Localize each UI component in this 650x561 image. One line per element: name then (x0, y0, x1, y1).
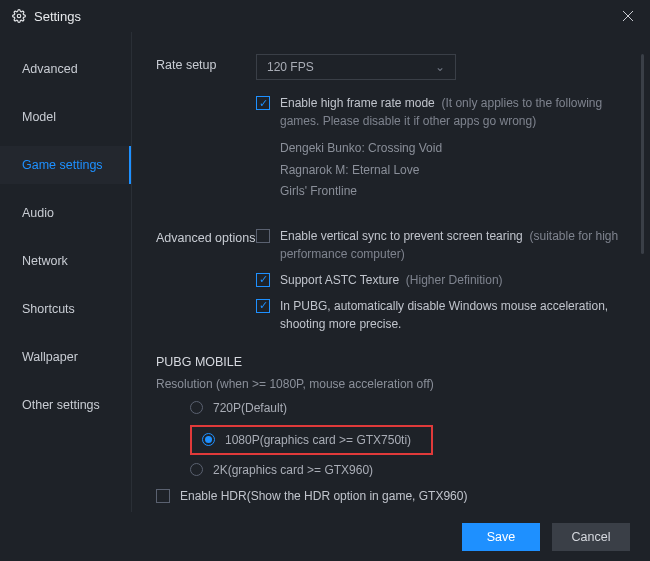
sidebar-item-audio[interactable]: Audio (0, 194, 131, 232)
save-button[interactable]: Save (462, 523, 540, 551)
sidebar-item-wallpaper[interactable]: Wallpaper (0, 338, 131, 376)
pubg-mouse-checkbox[interactable] (256, 299, 270, 313)
sidebar-item-game-settings[interactable]: Game settings (0, 146, 131, 184)
gear-icon (12, 9, 26, 23)
high-frame-rate-checkbox[interactable] (256, 96, 270, 110)
scrollbar[interactable] (641, 54, 644, 254)
resolution-note: Resolution (when >= 1080P, mouse acceler… (156, 377, 624, 391)
rate-setup-value: 120 FPS (267, 60, 314, 74)
pubg-mouse-label: In PUBG, automatically disable Windows m… (280, 297, 624, 333)
resolution-2k-radio[interactable]: 2K(graphics card >= GTX960) (190, 463, 624, 477)
titlebar: Settings (0, 0, 650, 32)
rate-setup-select[interactable]: 120 FPS ⌄ (256, 54, 456, 80)
advanced-options-label: Advanced options (156, 227, 256, 341)
sidebar-item-advanced[interactable]: Advanced (0, 50, 131, 88)
hdr-checkbox[interactable] (156, 489, 170, 503)
sidebar-item-shortcuts[interactable]: Shortcuts (0, 290, 131, 328)
high-frame-rate-game-list: Dengeki Bunko: Crossing Void Ragnarok M:… (280, 138, 624, 203)
content-panel: Rate setup 120 FPS ⌄ Enable high frame r… (132, 32, 650, 512)
astc-label: Support ASTC Texture (Higher Definition) (280, 271, 503, 289)
hdr-label: Enable HDR(Show the HDR option in game, … (180, 487, 467, 505)
window-title: Settings (34, 9, 81, 24)
high-frame-rate-label: Enable high frame rate mode (It only app… (280, 94, 624, 130)
astc-checkbox[interactable] (256, 273, 270, 287)
rate-setup-label: Rate setup (156, 54, 256, 80)
sidebar-item-network[interactable]: Network (0, 242, 131, 280)
resolution-1080p-radio[interactable]: 1080P(graphics card >= GTX750ti) (202, 433, 411, 447)
vsync-label: Enable vertical sync to prevent screen t… (280, 227, 624, 263)
highlight-box: 1080P(graphics card >= GTX750ti) (190, 425, 433, 455)
close-icon[interactable] (618, 6, 638, 26)
chevron-down-icon: ⌄ (435, 60, 445, 74)
cancel-button[interactable]: Cancel (552, 523, 630, 551)
vsync-checkbox[interactable] (256, 229, 270, 243)
sidebar: Advanced Model Game settings Audio Netwo… (0, 32, 132, 512)
sidebar-item-model[interactable]: Model (0, 98, 131, 136)
svg-point-0 (17, 14, 21, 18)
sidebar-item-other-settings[interactable]: Other settings (0, 386, 131, 424)
footer: Save Cancel (0, 513, 650, 561)
pubg-mobile-heading: PUBG MOBILE (156, 355, 624, 369)
resolution-720p-radio[interactable]: 720P(Default) (190, 401, 624, 415)
